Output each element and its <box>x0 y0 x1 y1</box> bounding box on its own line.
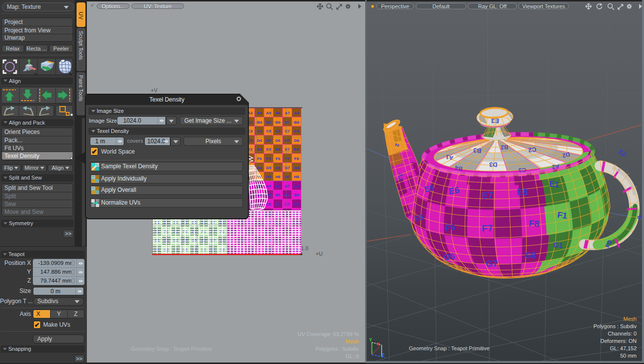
svg-text:C3: C3 <box>518 166 526 174</box>
svg-text:F1: F1 <box>557 210 568 220</box>
svg-text:A5: A5 <box>266 184 271 188</box>
svg-text:G7: G7 <box>485 259 498 269</box>
svg-text:A6: A6 <box>275 184 281 188</box>
svg-text:C5: C5 <box>266 202 271 207</box>
svg-text:C7: C7 <box>285 129 290 133</box>
svg-text:X: X <box>377 342 380 347</box>
svg-text:C8: C8 <box>294 202 299 207</box>
svg-text:E2: E2 <box>617 148 628 158</box>
svg-text:A7: A7 <box>285 184 290 188</box>
svg-text:B7: B7 <box>285 193 290 197</box>
svg-text:F8: F8 <box>529 218 539 229</box>
svg-text:A8: A8 <box>294 111 299 115</box>
svg-text:A6: A6 <box>275 111 281 115</box>
svg-text:C6: C6 <box>275 129 281 133</box>
svg-text:H8: H8 <box>294 175 299 179</box>
svg-text:D8: D8 <box>294 138 299 143</box>
svg-text:E7: E7 <box>482 190 493 201</box>
svg-text:A7: A7 <box>285 111 290 115</box>
svg-text:A8: A8 <box>294 184 299 188</box>
svg-text:B8: B8 <box>294 120 299 125</box>
svg-text:B6: B6 <box>275 193 281 197</box>
svg-text:A5: A5 <box>266 111 271 115</box>
svg-text:G1: G1 <box>553 240 564 250</box>
svg-text:C6: C6 <box>275 202 281 207</box>
svg-text:D3: D3 <box>489 161 498 168</box>
svg-text:E6: E6 <box>275 147 280 152</box>
svg-text:E1: E1 <box>548 179 560 190</box>
svg-text:F6: F6 <box>276 156 281 161</box>
svg-text:D5: D5 <box>266 138 271 143</box>
svg-text:F8: F8 <box>294 156 299 161</box>
svg-text:C7: C7 <box>285 202 290 207</box>
svg-text:F7: F7 <box>482 223 493 234</box>
svg-text:C4: C4 <box>257 129 262 133</box>
svg-text:E4: E4 <box>257 147 262 152</box>
svg-text:Z: Z <box>381 352 385 358</box>
svg-text:D7: D7 <box>285 138 290 143</box>
svg-text:D6: D6 <box>275 138 281 143</box>
svg-text:D4: D4 <box>257 138 262 143</box>
svg-text:B4: B4 <box>257 120 262 125</box>
svg-text:B8: B8 <box>294 193 299 197</box>
svg-text:G6: G6 <box>443 252 456 262</box>
svg-text:B6: B6 <box>275 120 281 125</box>
svg-text:E8: E8 <box>516 186 528 197</box>
svg-text:E8: E8 <box>294 147 299 152</box>
svg-text:B7: B7 <box>285 120 290 125</box>
svg-text:B5: B5 <box>266 120 271 125</box>
svg-text:F5: F5 <box>267 156 271 161</box>
svg-text:B2: B2 <box>501 144 509 151</box>
svg-text:F7: F7 <box>285 156 290 161</box>
svg-text:H6: H6 <box>275 175 281 179</box>
svg-text:A4: A4 <box>257 111 262 115</box>
svg-text:H5: H5 <box>266 175 271 179</box>
svg-text:Y: Y <box>369 338 372 343</box>
svg-text:H7: H7 <box>285 175 290 179</box>
svg-text:C8: C8 <box>294 129 299 133</box>
svg-text:F4: F4 <box>257 156 262 161</box>
svg-text:F6: F6 <box>444 222 456 234</box>
svg-text:G8: G8 <box>525 251 537 260</box>
svg-text:A1: A1 <box>445 154 454 161</box>
svg-text:C5: C5 <box>266 129 271 133</box>
svg-text:E6: E6 <box>448 185 460 196</box>
svg-text:E7: E7 <box>285 147 290 152</box>
svg-text:C2: C2 <box>528 146 537 154</box>
svg-text:B3: B3 <box>473 147 482 155</box>
svg-text:E5: E5 <box>266 147 271 152</box>
